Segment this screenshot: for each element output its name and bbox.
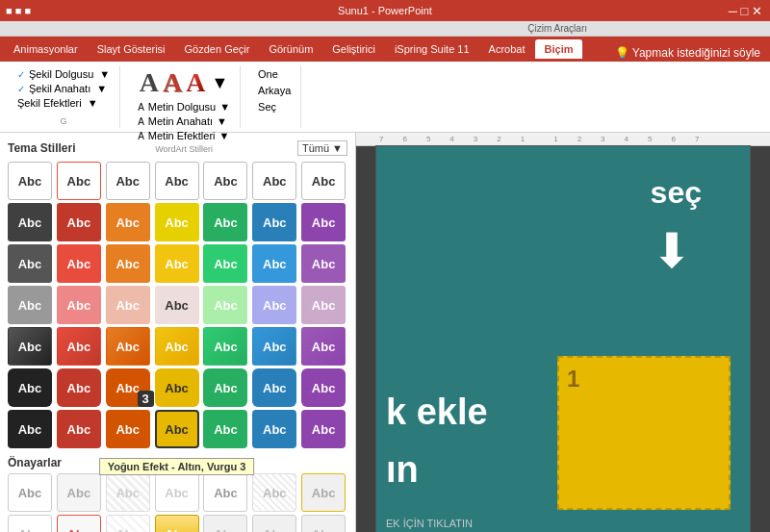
style-r2c1[interactable]: Abc [8,203,52,241]
style-r3c7[interactable]: Abc [301,244,346,283]
one2-btn[interactable]: Arkaya [256,84,293,97]
tab-gorunum[interactable]: Görünüm [259,39,322,59]
style-r7c1[interactable]: Abc [8,410,52,448]
tab-bicim[interactable]: Biçim [535,39,583,59]
one-btn[interactable]: One [256,67,293,81]
style-r6c7[interactable]: Abc [301,368,346,407]
style-r6c6[interactable]: Abc [252,368,296,407]
dropdown-icon-6[interactable]: ▼ [219,130,230,141]
tab-slayt[interactable]: Slayt Gösterisi [88,39,175,59]
style-r2c4[interactable]: Abc [155,203,199,241]
preset-r2c4[interactable]: Abc [155,515,199,532]
metin-dolgu-label: Metin Dolgusu [148,101,216,113]
sekil-anahati-btn[interactable]: ✓ Şekil Anahatı ▼ [15,82,112,95]
style-r4c4[interactable]: Abc [155,286,199,324]
dropdown-icon-5[interactable]: ▼ [217,115,227,127]
metin-dolgu-btn[interactable]: A Metin Dolgusu ▼ [136,100,232,114]
wordart-expand-btn[interactable]: ▼ [212,73,229,93]
in-text: ın [386,449,419,491]
style-r3c4[interactable]: Abc [155,244,199,283]
style-r2c5[interactable]: Abc [203,203,247,241]
preset-r2c1[interactable]: Abc [8,515,52,532]
style-r1c6[interactable]: Abc [252,162,296,200]
wordart-a-gradient[interactable]: A [186,67,205,98]
style-r4c3[interactable]: Abc [106,286,150,324]
style-r5c5[interactable]: Abc [203,327,247,366]
wordart-a-red[interactable]: A [163,67,182,98]
metin-efektleri-btn[interactable]: A Metin Efektleri ▼ [136,129,232,142]
style-r2c6[interactable]: Abc [252,203,296,241]
yellow-box[interactable]: 1 [557,356,731,510]
sec-btn[interactable]: Seç [256,100,293,114]
style-r1c4[interactable]: Abc [155,162,199,200]
style-r6c2[interactable]: Abc [57,368,101,407]
dropdown-icon-3[interactable]: ▼ [88,97,98,109]
style-r5c7[interactable]: Abc [301,327,346,366]
tab-animasyonlar[interactable]: Animasyonlar [4,39,88,59]
preset-r2c6[interactable]: Abc [252,515,296,532]
style-r3c6[interactable]: Abc [252,244,296,283]
dropdown-icon-4[interactable]: ▼ [219,101,230,113]
style-r5c3[interactable]: Abc [106,327,150,366]
style-r7c7[interactable]: Abc [301,410,346,448]
style-r2c2[interactable]: Abc [57,203,101,241]
style-r3c3[interactable]: Abc [106,244,150,283]
check-icon-2: ✓ [17,84,25,94]
style-r7c2[interactable]: Abc [57,410,101,448]
style-r4c5[interactable]: Abc [203,286,247,324]
sekil-efektleri-btn[interactable]: Şekil Efektleri ▼ [15,96,112,110]
style-r6c4[interactable]: Abc [155,368,199,407]
check-icon-1: ✓ [17,69,25,80]
preset-r1c3[interactable]: Abc [106,473,150,512]
style-r2c7[interactable]: Abc [301,203,346,241]
style-r6c5[interactable]: Abc [203,368,247,407]
style-r1c2[interactable]: Abc [57,162,101,200]
style-r3c2[interactable]: Abc [57,244,101,283]
tab-acrobat[interactable]: Acrobat [479,39,535,59]
style-r1c7[interactable]: Abc [301,162,346,200]
wordart-a-plain[interactable]: A [140,67,159,98]
style-r3c5[interactable]: Abc [203,244,247,283]
tab-gelistirici[interactable]: Geliştirici [322,39,385,59]
style-r5c2[interactable]: Abc [57,327,101,366]
preset-r1c4[interactable]: Abc [155,473,199,512]
preset-r1c5[interactable]: Abc [203,473,247,512]
wordart-group-label: WordArt Stilleri [155,144,213,154]
dropdown-icon-1[interactable]: ▼ [99,68,110,80]
style-r1c3[interactable]: Abc [106,162,150,200]
tab-ispring[interactable]: iSpring Suite 11 [385,39,479,59]
preset-r2c5[interactable]: Abc [203,515,247,532]
style-r3c1[interactable]: Abc [8,244,52,283]
style-r7c4-selected[interactable]: Abc 3 Yoğun Efekt - Altın, Vurgu 3 [155,410,199,448]
preset-r1c2[interactable]: Abc [57,473,101,512]
dropdown-icon-2[interactable]: ▼ [96,83,107,94]
style-r7c5[interactable]: Abc [203,410,247,448]
preset-r1c1[interactable]: Abc [8,473,52,512]
preset-r2c7[interactable]: Abc [301,515,346,532]
style-r6c1[interactable]: Abc [8,368,52,407]
tab-gozden[interactable]: Gözden Geçir [175,39,260,59]
style-r5c4[interactable]: Abc [155,327,199,366]
style-r5c1[interactable]: Abc [8,327,52,366]
style-r2c3[interactable]: Abc [106,203,150,241]
preset-r1c6[interactable]: Abc [252,473,296,512]
help-icon[interactable]: 💡 Yapmak istediğinizi söyle [615,46,760,60]
sekil-dolgu-btn[interactable]: ✓ Şekil Dolgusu ▼ [15,67,112,81]
style-r4c7[interactable]: Abc [301,286,346,324]
style-r5c6[interactable]: Abc [252,327,296,366]
metin-anahati-btn[interactable]: A Metin Anahatı ▼ [136,114,232,128]
style-r4c1[interactable]: Abc [8,286,52,324]
style-r4c2[interactable]: Abc [57,286,101,324]
style-r7c3[interactable]: Abc [106,410,150,448]
style-r7c6[interactable]: Abc [252,410,296,448]
style-r1c5[interactable]: Abc [203,162,247,200]
tumu-dropdown[interactable]: Tümü ▼ [297,140,347,156]
shape-options-group: ✓ Şekil Dolgusu ▼ ✓ Şekil Anahatı ▼ Şeki… [8,65,120,128]
preset-r1c7[interactable]: Abc [301,473,346,512]
preset-r2c2[interactable]: Abc [57,515,101,532]
preset-r2c3[interactable]: Abc [106,515,150,532]
window-controls[interactable]: ─ □ ✕ [729,4,762,18]
style-r1c1[interactable]: Abc [8,162,52,200]
style-r4c6[interactable]: Abc [252,286,296,324]
wordart-letters: A A A ▼ [140,67,229,98]
